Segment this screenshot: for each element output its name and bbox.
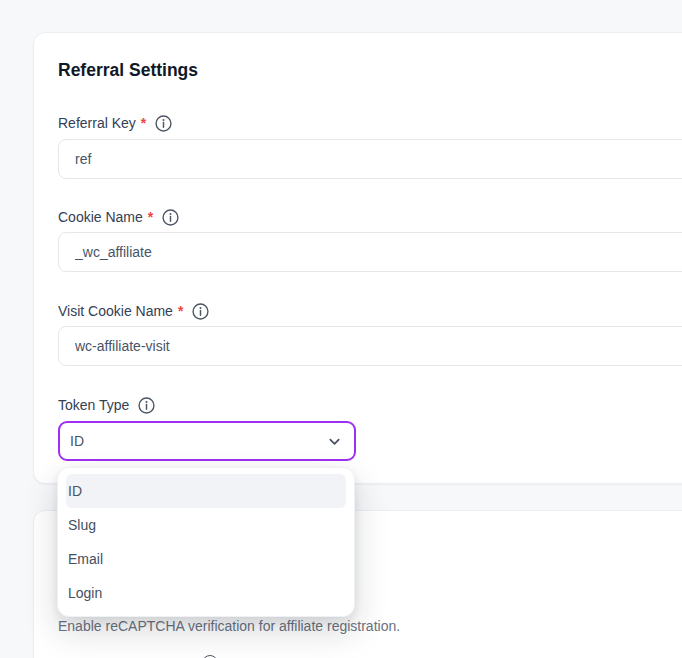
field-label-text: Token Type — [58, 394, 129, 416]
recaptcha-description: Enable reCAPTCHA verification for affili… — [58, 616, 400, 636]
info-icon[interactable] — [155, 115, 172, 132]
chevron-down-icon — [327, 434, 342, 449]
dropdown-option-login[interactable]: Login — [66, 576, 346, 610]
required-asterisk: * — [178, 300, 183, 322]
field-label-text: Visit Cookie Name — [58, 300, 173, 322]
token-type-label: Token Type — [58, 394, 155, 416]
field-label-text: Referral Key — [58, 112, 136, 134]
cookie-name-label: Cookie Name * — [58, 206, 179, 228]
required-asterisk: * — [141, 112, 146, 134]
referral-key-label: Referral Key * — [58, 112, 172, 134]
page: Referral Settings Referral Key * Cookie … — [0, 0, 682, 658]
visit-cookie-name-input[interactable] — [58, 326, 682, 366]
dropdown-option-slug[interactable]: Slug — [66, 508, 346, 542]
referral-settings-card: Referral Settings Referral Key * Cookie … — [33, 32, 682, 484]
info-icon[interactable] — [138, 397, 155, 414]
token-type-dropdown: ID Slug Email Login — [57, 467, 355, 617]
field-label-text: Cookie Name — [58, 206, 143, 228]
card-title: Referral Settings — [58, 58, 198, 82]
info-icon[interactable] — [192, 303, 209, 320]
dropdown-option-email[interactable]: Email — [66, 542, 346, 576]
token-type-select[interactable]: ID — [58, 421, 356, 461]
info-icon[interactable] — [162, 209, 179, 226]
referral-key-input[interactable] — [58, 139, 682, 179]
required-asterisk: * — [148, 206, 153, 228]
dropdown-option-id[interactable]: ID — [66, 474, 346, 508]
visit-cookie-name-label: Visit Cookie Name * — [58, 300, 209, 322]
cookie-name-input[interactable] — [58, 232, 682, 272]
selected-option-label: ID — [70, 433, 84, 449]
